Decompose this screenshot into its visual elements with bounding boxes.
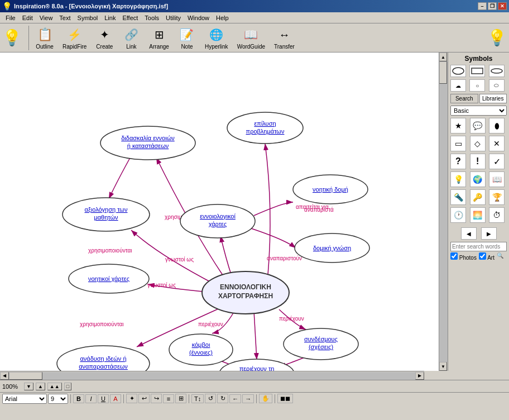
create-button[interactable]: ✦Create [92, 25, 117, 51]
art-checkbox-label[interactable]: Art [479, 252, 494, 261]
italic-button[interactable]: I [85, 394, 97, 403]
library-select[interactable]: Basic Advanced Custom [450, 106, 507, 116]
svg-text:(έννοιες)[interactable]: (έννοιες) [189, 349, 213, 356]
svg-text:αξιολόγηση των[interactable]: αξιολόγηση των [85, 206, 128, 213]
minimize-button[interactable]: – [478, 2, 487, 10]
symbol-exclaim[interactable]: ! [470, 154, 486, 169]
menu-item-file[interactable]: File [2, 13, 19, 22]
restore-button[interactable]: ❐ [488, 2, 497, 10]
symbol-sunset[interactable]: 🌅 [470, 207, 486, 223]
svg-text:συνδέσμους[interactable]: συνδέσμους [304, 336, 338, 342]
menu-item-window[interactable]: Window [184, 13, 213, 22]
canvas-vscrollbar[interactable]: ▲ ▼ [439, 52, 448, 371]
scroll-track[interactable] [439, 61, 448, 362]
shape-cloud[interactable]: ☁ [450, 79, 466, 92]
zoom-in-button[interactable]: ▲ [36, 383, 45, 390]
hand-tool-button[interactable]: ✋ [259, 394, 272, 403]
symbol-clock[interactable]: 🕐 [450, 207, 466, 223]
rapidfire-button[interactable]: ⚡RapidFire [59, 25, 90, 51]
zoom-out-button[interactable]: ▼ [24, 383, 33, 390]
art-checkbox[interactable] [479, 252, 486, 260]
symbol-star[interactable]: ★ [450, 118, 466, 133]
close-button[interactable]: ✕ [498, 2, 507, 10]
symbol-x-box[interactable]: ✕ [489, 136, 505, 151]
svg-text:διδασκαλία εννοιών[interactable]: διδασκαλία εννοιών [121, 135, 175, 141]
svg-text:ΧΑΡΤΟΓΡΑΦΗΣΗ[interactable]: ΧΑΡΤΟΓΡΑΦΗΣΗ [218, 292, 273, 300]
symbol-rect2[interactable]: ▭ [450, 136, 466, 151]
menu-item-tools[interactable]: Tools [141, 13, 162, 22]
text-color-button[interactable]: A [110, 394, 121, 403]
symbol-next-button[interactable]: ▶ [481, 227, 497, 240]
hscroll-thumb[interactable] [9, 372, 42, 380]
symbol-bulb[interactable]: 💡 [450, 171, 466, 187]
underline-button[interactable]: U [98, 394, 109, 403]
font-select[interactable]: Arial [2, 394, 47, 404]
note-button[interactable]: 📝Note [175, 25, 199, 51]
symbol-question[interactable]: ? [450, 154, 466, 169]
symbol-check[interactable]: ✓ [489, 154, 505, 169]
symbol-timer[interactable]: ⏱ [489, 207, 505, 223]
menu-item-symbol[interactable]: Symbol [74, 13, 102, 22]
svg-text:χάρτες[interactable]: χάρτες [209, 221, 227, 227]
photos-checkbox[interactable] [450, 252, 458, 260]
fit-page-button[interactable]: □ [64, 383, 71, 390]
tool5-button[interactable]: ⊞ [175, 394, 186, 403]
scroll-down-button[interactable]: ▼ [439, 362, 447, 371]
menu-item-link[interactable]: Link [101, 13, 119, 22]
symbol-key[interactable]: 🔑 [470, 189, 486, 205]
tool6-button[interactable]: T↕ [191, 394, 204, 403]
canvas-hscrollbar[interactable]: ◀ ▶ [0, 371, 424, 380]
libraries-tab[interactable]: Libraries [479, 94, 507, 103]
scroll-thumb[interactable] [439, 61, 447, 84]
svg-text:προβλημάτων[interactable]: προβλημάτων [246, 128, 285, 135]
svg-text:αναπαραστάσεων[interactable]: αναπαραστάσεων [79, 363, 128, 370]
photos-checkbox-label[interactable]: Photos [450, 252, 477, 261]
zoom-in-large-button[interactable]: ▲▲ [47, 383, 62, 390]
link-button[interactable]: 🔗Link [119, 25, 143, 51]
symbol-light[interactable]: 🔦 [450, 189, 466, 205]
shape-rect[interactable] [469, 65, 485, 77]
svg-text:περιέχουν τη[interactable]: περιέχουν τη [239, 365, 275, 371]
scroll-up-button[interactable]: ▲ [439, 52, 447, 61]
menu-item-text[interactable]: Text [56, 13, 74, 22]
menu-item-utility[interactable]: Utility [162, 13, 184, 22]
tool1-button[interactable]: ✦ [126, 394, 137, 403]
transfer-button[interactable]: ↔Transfer [271, 25, 298, 51]
diagram-canvas[interactable]: απαιτείται για χρησιμοποιούνται χρησιμοπ… [0, 52, 439, 371]
shape-oval[interactable] [450, 65, 466, 77]
svg-text:νοητικοί χάρτες[interactable]: νοητικοί χάρτες [88, 275, 129, 282]
svg-text:εννοιολογικοί[interactable]: εννοιολογικοί [200, 213, 236, 219]
tool4-button[interactable]: ≡ [163, 394, 174, 403]
symbol-arrow-shape[interactable]: ⬮ [489, 118, 505, 133]
svg-text:επίλυση[interactable]: επίλυση [254, 120, 276, 127]
bold-button[interactable]: B [73, 394, 84, 403]
svg-text:ή καταστάσεων[interactable]: ή καταστάσεων [127, 142, 169, 149]
search-tab[interactable]: Search [450, 94, 478, 103]
hscroll-left-button[interactable]: ◀ [0, 372, 9, 380]
tool8-button[interactable]: ↻ [217, 394, 228, 403]
shape-pill[interactable]: ⬭ [489, 79, 505, 92]
hscroll-track[interactable] [9, 372, 415, 380]
hyperlink-button[interactable]: 🌐Hyperlink [201, 25, 232, 51]
svg-text:ανάδυση ιδεών ή[interactable]: ανάδυση ιδεών ή [80, 355, 126, 362]
svg-text:δομική γνώση[interactable]: δομική γνώση [313, 245, 351, 251]
tool3-button[interactable]: ↪ [151, 394, 162, 403]
audio1-button[interactable]: ◼◼ [277, 394, 293, 403]
fontsize-select[interactable]: 9 [48, 394, 68, 404]
symbol-trophy[interactable]: 🏆 [489, 189, 505, 205]
tool9-button[interactable]: ← [229, 394, 241, 403]
menu-item-view[interactable]: View [36, 13, 56, 22]
symbol-search-input[interactable] [450, 242, 507, 251]
hscroll-right-button[interactable]: ▶ [415, 372, 424, 380]
outline-button[interactable]: 📋Outline [32, 25, 57, 51]
tool10-button[interactable]: → [242, 394, 254, 403]
svg-text:νοητική δομή[interactable]: νοητική δομή [313, 186, 348, 193]
shape-circle-outline[interactable]: ○ [469, 79, 485, 92]
tool7-button[interactable]: ↺ [205, 394, 216, 403]
menu-item-edit[interactable]: Edit [19, 13, 36, 22]
svg-text:(σχέσεις)[interactable]: (σχέσεις) [309, 343, 333, 350]
symbol-diamond[interactable]: ◇ [470, 136, 486, 151]
symbol-prev-button[interactable]: ◀ [461, 227, 477, 240]
search-icon[interactable]: 🔍 [497, 252, 503, 261]
symbol-callout[interactable]: 💬 [470, 118, 486, 133]
